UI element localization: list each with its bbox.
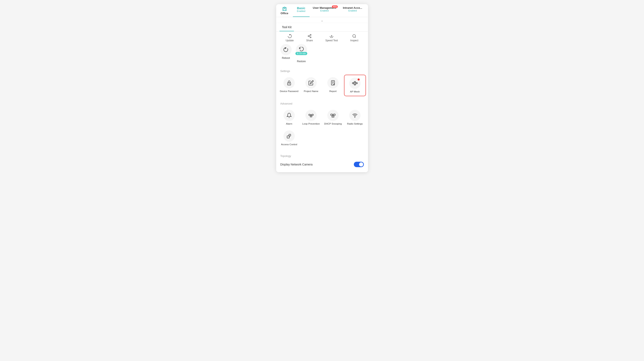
tabs-bar: Office Basic Enabled New User Management…: [276, 4, 368, 17]
svg-line-22: [356, 82, 356, 83]
access-control-item[interactable]: Access Control: [278, 128, 300, 149]
access-control-icon: [284, 130, 295, 142]
reboot-icon-circle: [280, 44, 292, 55]
settings-section: Settings Device Password: [276, 67, 368, 100]
app-container: Office Basic Enabled New User Management…: [276, 4, 368, 172]
share-action[interactable]: Share: [306, 34, 313, 42]
svg-line-4: [309, 36, 310, 37]
restore-label: Restore: [297, 60, 306, 63]
ap-mesh-label: AP Mesh: [350, 90, 360, 93]
speed-test-label: Speed Test: [325, 39, 338, 42]
device-password-label: Device Password: [280, 90, 298, 93]
tab-basic[interactable]: Basic Enabled: [293, 4, 310, 17]
project-name-label: Project Name: [304, 90, 318, 93]
dhcp-snooping-icon: [327, 110, 338, 121]
reboot-restore-row: Reboot ⇅ On-site Restore: [276, 43, 368, 65]
section-tabs: Tool Kit: [276, 23, 368, 31]
new-badge: New: [332, 5, 338, 8]
project-name-item[interactable]: Project Name: [300, 75, 322, 96]
svg-line-20: [354, 82, 354, 83]
advanced-grid: Alarm Loop Prevention: [276, 106, 368, 150]
inspect-action[interactable]: Inspect: [350, 34, 358, 42]
svg-rect-25: [312, 114, 313, 115]
dhcp-snooping-label: DHCP Snooping: [324, 122, 342, 125]
svg-line-23: [356, 83, 356, 84]
svg-rect-31: [332, 116, 334, 117]
svg-rect-0: [283, 8, 286, 11]
tab-intranet-label: Intranet Acce...: [343, 6, 362, 9]
tab-office[interactable]: Office: [276, 4, 293, 17]
restore-button[interactable]: ⇅ On-site Restore: [296, 44, 307, 63]
svg-point-3: [310, 37, 311, 38]
dhcp-snooping-item[interactable]: DHCP Snooping: [322, 107, 344, 128]
chevron-down-icon[interactable]: ⌄: [321, 18, 323, 22]
device-password-icon: [284, 77, 295, 88]
radio-settings-item[interactable]: Radio Settings: [344, 107, 366, 128]
ap-mesh-item[interactable]: AP Mesh: [344, 75, 366, 96]
tab-intranet[interactable]: Intranet Acce... Enabled: [340, 4, 366, 17]
toolkit-tab[interactable]: Tool Kit: [280, 23, 294, 31]
toolkit-actions: Update Share Speed Test: [276, 31, 368, 43]
display-network-camera-row: Display Network Camera: [276, 159, 368, 170]
svg-line-21: [354, 83, 354, 84]
svg-rect-18: [354, 84, 356, 85]
alarm-icon: [284, 110, 295, 121]
tab-basic-sublabel: Enabled: [297, 10, 305, 12]
alarm-label: Alarm: [286, 122, 292, 125]
settings-grid: Device Password Project Name: [276, 74, 368, 98]
tab-user-management[interactable]: New User Management Enabled: [310, 4, 340, 17]
tab-office-label: Office: [280, 12, 288, 15]
tab-basic-label: Basic: [297, 6, 305, 10]
loop-prevention-label: Loop Prevention: [302, 122, 320, 125]
alarm-item[interactable]: Alarm: [278, 107, 300, 128]
display-network-camera-label: Display Network Camera: [280, 163, 313, 166]
reboot-button[interactable]: Reboot: [280, 44, 292, 63]
display-network-camera-toggle[interactable]: [354, 162, 364, 167]
svg-rect-29: [331, 114, 332, 115]
ap-mesh-red-dot: [358, 78, 360, 80]
report-item[interactable]: Report: [322, 75, 344, 96]
svg-point-7: [353, 35, 356, 37]
topology-section-title: Topology: [276, 152, 368, 159]
update-action[interactable]: Update: [286, 34, 294, 42]
device-password-item[interactable]: Device Password: [278, 75, 300, 96]
tab-user-mgmt-sublabel: Enabled: [320, 9, 328, 12]
reboot-label: Reboot: [282, 56, 290, 59]
project-name-icon: [306, 77, 317, 88]
ap-mesh-icon: [349, 78, 360, 89]
tab-intranet-sublabel: Enabled: [348, 9, 357, 12]
svg-point-34: [355, 117, 355, 117]
loop-prevention-icon: [306, 110, 317, 121]
onsite-badge: ⇅ On-site: [296, 52, 307, 55]
svg-point-11: [289, 83, 289, 84]
topology-section: Topology Display Network Camera: [276, 152, 368, 172]
svg-rect-17: [354, 81, 356, 82]
svg-rect-16: [352, 83, 354, 84]
svg-point-1: [310, 34, 311, 35]
svg-point-2: [308, 36, 309, 37]
loop-prevention-item[interactable]: Loop Prevention: [300, 107, 322, 128]
access-control-label: Access Control: [281, 143, 297, 146]
svg-line-8: [355, 37, 356, 38]
collapse-row: ⌄: [276, 17, 368, 23]
report-label: Report: [330, 90, 337, 93]
svg-rect-24: [309, 114, 310, 115]
toolkit-section: Tool Kit Update Share: [276, 23, 368, 67]
svg-rect-12: [331, 80, 334, 85]
radio-settings-icon: [349, 110, 360, 121]
office-icon: [282, 6, 287, 11]
svg-line-5: [309, 35, 310, 36]
report-icon: [327, 77, 338, 88]
svg-rect-26: [310, 116, 312, 117]
svg-rect-19: [356, 83, 358, 84]
share-label: Share: [306, 39, 313, 42]
advanced-section: Advanced Alarm: [276, 100, 368, 152]
radio-settings-label: Radio Settings: [347, 122, 363, 125]
inspect-label: Inspect: [350, 39, 358, 42]
speed-test-action[interactable]: Speed Test: [325, 34, 338, 42]
update-label: Update: [286, 39, 294, 42]
advanced-section-title: Advanced: [276, 100, 368, 106]
settings-section-title: Settings: [276, 67, 368, 74]
svg-rect-30: [334, 114, 335, 115]
